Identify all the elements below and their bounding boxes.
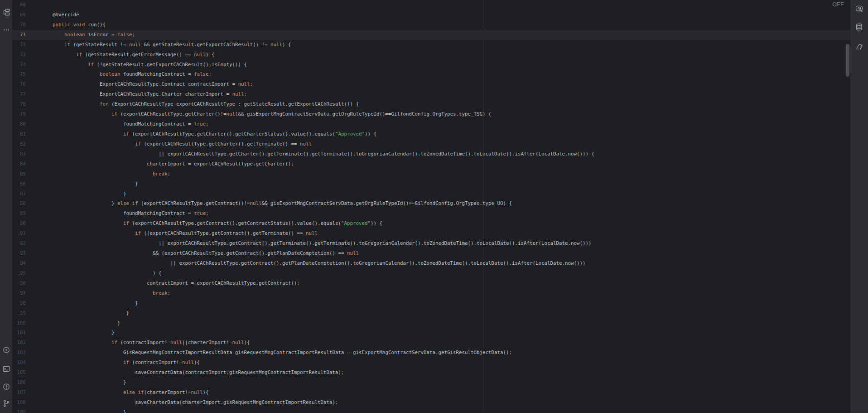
line-number[interactable]: 91 [12, 228, 40, 238]
line-number[interactable]: 96 [12, 278, 40, 288]
code-text: saveContractData(contractImport,gisReque… [40, 368, 344, 378]
structure-tool-button[interactable] [2, 8, 11, 17]
code-line-87[interactable]: 87 } [12, 189, 850, 199]
line-number[interactable]: 75 [12, 69, 40, 79]
code-line-79[interactable]: 79 if (exportCAChResultType.getCharter()… [12, 109, 850, 119]
code-line-75[interactable]: 75 boolean foundMatchingContract = false… [12, 69, 850, 79]
line-number[interactable]: 89 [12, 209, 40, 219]
code-text: saveCharterData(charterImport,gisRequest… [40, 398, 338, 408]
database-tool-button[interactable] [855, 22, 864, 31]
line-number[interactable]: 107 [12, 388, 40, 398]
editor-scrollbar-thumb[interactable] [846, 44, 849, 77]
code-line-85[interactable]: 85 break; [12, 169, 850, 179]
more-tool-windows-button[interactable] [2, 25, 11, 34]
line-number[interactable]: 80 [12, 119, 40, 129]
line-number[interactable]: 86 [12, 179, 40, 189]
line-number[interactable]: 101 [12, 328, 40, 338]
line-number[interactable]: 103 [12, 348, 40, 358]
code-line-97[interactable]: 97 break; [12, 288, 850, 298]
line-number[interactable]: 81 [12, 129, 40, 139]
code-line-96[interactable]: 96 contractImport = exportCAChResultType… [12, 278, 850, 288]
code-line-84[interactable]: 84 charterImport = exportCAChResultType.… [12, 159, 850, 169]
line-number[interactable]: 94 [12, 258, 40, 268]
code-line-98[interactable]: 98 } [12, 298, 850, 308]
line-number[interactable]: 106 [12, 378, 40, 388]
code-line-90[interactable]: 90 if (exportCAChResultType.getContract(… [12, 219, 850, 228]
line-number[interactable]: 84 [12, 159, 40, 169]
line-number[interactable]: 77 [12, 89, 40, 99]
line-number[interactable]: 70 [12, 20, 40, 30]
line-number[interactable]: 74 [12, 60, 40, 70]
gradle-icon [855, 43, 863, 51]
line-number[interactable]: 95 [12, 268, 40, 278]
line-number[interactable]: 85 [12, 169, 40, 179]
line-number[interactable]: 88 [12, 199, 40, 209]
code-line-69[interactable]: 69 @Override [12, 10, 850, 20]
line-number[interactable]: 109 [12, 408, 40, 413]
version-control-tool-button[interactable] [2, 399, 11, 408]
code-line-93[interactable]: 93 && (exportCAChResultType.getContract(… [12, 248, 850, 258]
code-line-89[interactable]: 89 foundMatchingContract = true; [12, 209, 850, 219]
code-line-88[interactable]: 88 } else if (exportCAChResultType.getCo… [12, 199, 850, 209]
line-number[interactable]: 92 [12, 238, 40, 248]
code-line-100[interactable]: 100 } [12, 318, 850, 328]
code-line-77[interactable]: 77 ExportCAChResultType.Charter charterI… [12, 89, 850, 99]
code-line-74[interactable]: 74 if (!getStateResult.getExportCAChResu… [12, 60, 850, 70]
code-line-80[interactable]: 80 foundMatchingContract = true; [12, 119, 850, 129]
line-number[interactable]: 68 [12, 0, 40, 10]
code-editor[interactable]: OFF 6869 @Override70 public void run(){7… [12, 0, 850, 413]
code-line-76[interactable]: 76 ExportCAChResultType.Contract contrac… [12, 79, 850, 89]
line-number[interactable]: 71 [12, 30, 40, 40]
line-number[interactable]: 99 [12, 308, 40, 318]
line-number[interactable]: 97 [12, 288, 40, 298]
line-number[interactable]: 79 [12, 109, 40, 119]
code-line-109[interactable]: 109 } [12, 408, 850, 413]
code-line-101[interactable]: 101 } [12, 328, 850, 338]
code-line-92[interactable]: 92 || exportCAChResultType.getContract()… [12, 238, 850, 248]
code-line-99[interactable]: 99 } [12, 308, 850, 318]
line-number[interactable]: 105 [12, 368, 40, 378]
code-line-71[interactable]: 71 boolean isError = false; [12, 30, 850, 40]
line-number[interactable]: 82 [12, 139, 40, 149]
code-line-91[interactable]: 91 if ((exportCAChResultType.getContract… [12, 228, 850, 238]
line-number[interactable]: 76 [12, 79, 40, 89]
line-number[interactable]: 69 [12, 10, 40, 20]
line-number[interactable]: 108 [12, 398, 40, 408]
code-line-102[interactable]: 102 if (contractImport!=null||charterImp… [12, 338, 850, 348]
code-line-94[interactable]: 94 || exportCAChResultType.getContract()… [12, 258, 850, 268]
code-line-70[interactable]: 70 public void run(){ [12, 20, 850, 30]
line-number[interactable]: 78 [12, 99, 40, 109]
code-line-73[interactable]: 73 if (getStateResult.getErrorMessage() … [12, 50, 850, 60]
run-tool-button[interactable] [2, 345, 11, 355]
terminal-tool-button[interactable] [2, 364, 11, 374]
code-line-83[interactable]: 83 || exportCAChResultType.getCharter().… [12, 149, 850, 159]
inspection-highlighting-badge[interactable]: OFF [833, 1, 844, 8]
code-line-68[interactable]: 68 [12, 0, 850, 10]
problems-tool-button[interactable] [2, 382, 11, 391]
line-number[interactable]: 98 [12, 298, 40, 308]
ai-assistant-tool-button[interactable] [855, 4, 864, 13]
code-line-105[interactable]: 105 saveContractData(contractImport,gisR… [12, 368, 850, 378]
gradle-tool-button[interactable] [855, 42, 864, 51]
line-number[interactable]: 83 [12, 149, 40, 159]
code-line-95[interactable]: 95 ) { [12, 268, 850, 278]
code-line-104[interactable]: 104 if (contractImport!=null){ [12, 358, 850, 368]
code-line-81[interactable]: 81 if (exportCAChResultType.getCharter()… [12, 129, 850, 139]
code-text: boolean isError = false; [40, 30, 135, 40]
line-number[interactable]: 102 [12, 338, 40, 348]
code-line-82[interactable]: 82 if (exportCAChResultType.getCharter()… [12, 139, 850, 149]
line-number[interactable]: 87 [12, 189, 40, 199]
code-line-86[interactable]: 86 } [12, 179, 850, 189]
code-line-72[interactable]: 72 if (getStateResult != null && getStat… [12, 40, 850, 50]
line-number[interactable]: 104 [12, 358, 40, 368]
line-number[interactable]: 100 [12, 318, 40, 328]
code-line-107[interactable]: 107 else if(charterImport!=null){ [12, 388, 850, 398]
code-line-106[interactable]: 106 } [12, 378, 850, 388]
line-number[interactable]: 73 [12, 50, 40, 60]
line-number[interactable]: 93 [12, 248, 40, 258]
code-line-108[interactable]: 108 saveCharterData(charterImport,gisReq… [12, 398, 850, 408]
code-line-103[interactable]: 103 GisRequestMngContractImportResultDat… [12, 348, 850, 358]
line-number[interactable]: 72 [12, 40, 40, 50]
code-line-78[interactable]: 78 for (ExportCAChResultType exportCAChR… [12, 99, 850, 109]
line-number[interactable]: 90 [12, 219, 40, 228]
